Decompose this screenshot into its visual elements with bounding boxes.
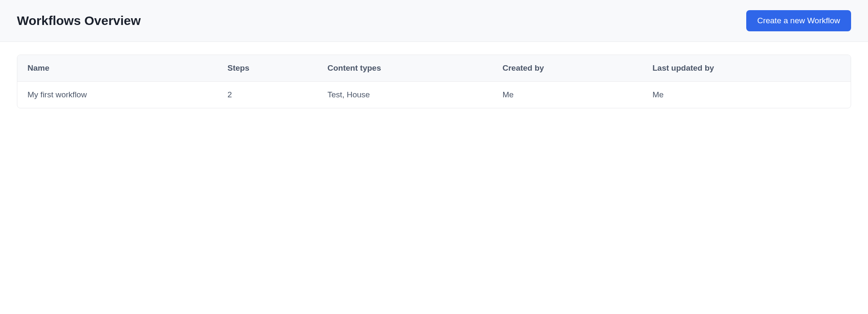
page-content: Name Steps Content types Created by Last… bbox=[0, 42, 868, 121]
column-header-last-updated-by: Last updated by bbox=[642, 55, 851, 82]
workflows-table: Name Steps Content types Created by Last… bbox=[17, 55, 851, 108]
page-header: Workflows Overview Create a new Workflow bbox=[0, 0, 868, 42]
column-header-content-types: Content types bbox=[318, 55, 493, 82]
create-workflow-button[interactable]: Create a new Workflow bbox=[746, 10, 851, 31]
cell-name: My first workflow bbox=[17, 82, 217, 108]
table-row[interactable]: My first workflow 2 Test, House Me Me bbox=[17, 82, 851, 108]
cell-steps: 2 bbox=[217, 82, 318, 108]
column-header-name: Name bbox=[17, 55, 217, 82]
cell-last-updated-by: Me bbox=[642, 82, 851, 108]
workflows-table-container: Name Steps Content types Created by Last… bbox=[17, 55, 851, 108]
cell-created-by: Me bbox=[492, 82, 642, 108]
table-header-row: Name Steps Content types Created by Last… bbox=[17, 55, 851, 82]
column-header-created-by: Created by bbox=[492, 55, 642, 82]
column-header-steps: Steps bbox=[217, 55, 318, 82]
cell-content-types: Test, House bbox=[318, 82, 493, 108]
page-title: Workflows Overview bbox=[17, 14, 141, 28]
